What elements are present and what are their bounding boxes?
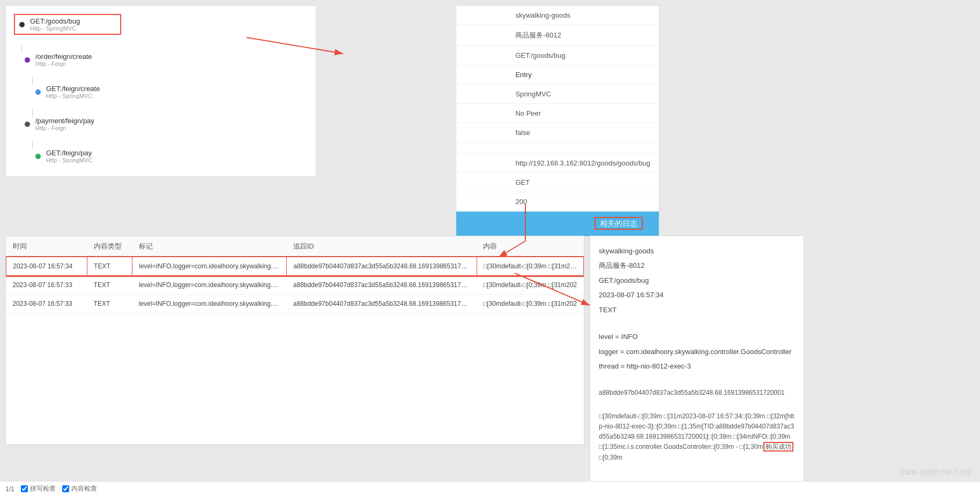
row-0-cell-2: level=INFO,logger=com.idealhoory.skywalk… bbox=[132, 257, 287, 276]
span-label-error bbox=[456, 123, 507, 142]
row-2-cell-4: □[30mdefault-□[0;39m □[31m202 bbox=[477, 295, 583, 313]
span-label-empty bbox=[456, 142, 507, 154]
span-value-service: skywalking-goods bbox=[507, 6, 659, 25]
item-main-2: /order/feign/create bbox=[35, 52, 92, 61]
footer-spell-check-label[interactable]: 拼写检查 bbox=[21, 484, 56, 493]
span-row-url: http://192.168.3.162:8012/goods/goods/bu… bbox=[456, 154, 659, 173]
span-row-status: 200 bbox=[456, 192, 659, 212]
row-0-cell-3: a88bdde97b04407d837ac3d55a5b3248.68.1691… bbox=[287, 257, 477, 276]
item-main-1: GET:/goods/bug bbox=[30, 17, 80, 25]
span-detail-panel: skywalking-goods 商品服务-8012 GET:/goods/bu… bbox=[456, 5, 659, 220]
detail-log-content: □[30mdefault-□[0;39m □[31m2023-08-07 16:… bbox=[599, 411, 795, 463]
dot-1 bbox=[19, 22, 25, 27]
col-type: 内容类型 bbox=[87, 236, 132, 257]
span-row-endpoint: GET:/goods/bug bbox=[456, 46, 659, 65]
row-0-cell-4: □[30mdefault-□[0;39m □[31m202 bbox=[477, 257, 583, 276]
row-2-cell-0: 2023-08-07 16:57:33 bbox=[6, 295, 87, 313]
item-info-4: /payment/feign/pay Http - Feign bbox=[35, 117, 94, 131]
span-row-peer: No Peer bbox=[456, 104, 659, 123]
row-2-cell-3: a88bdde97b04407d837ac3d55a5b3248.68.1691… bbox=[287, 295, 477, 313]
item-info-1: GET:/goods/bug Http - SpringMVC bbox=[30, 17, 80, 32]
row-1-cell-3: a88bdde97b04407d837ac3d55a5b3248.68.1691… bbox=[287, 276, 477, 295]
item-sub-2: Http - Feign bbox=[35, 61, 92, 67]
item-sub-3: Http - SpringMVC bbox=[46, 93, 100, 99]
span-value-instance: 商品服务-8012 bbox=[507, 25, 659, 46]
content-check-text: 内容检查 bbox=[71, 484, 97, 493]
row-1-cell-2: level=INFO,logger=com.idealhoory.skywalk… bbox=[132, 276, 287, 295]
col-time: 时间 bbox=[6, 236, 87, 257]
col-traceid: 追踪ID bbox=[287, 236, 477, 257]
content-check-checkbox[interactable] bbox=[62, 485, 69, 492]
trace-item-5[interactable]: GET:/feign/pay Http - SpringMVC bbox=[35, 149, 308, 163]
col-content: 内容 bbox=[477, 236, 583, 257]
item-main-5: GET:/feign/pay bbox=[46, 149, 92, 157]
span-label-status bbox=[456, 192, 507, 212]
row-2-cell-1: TEXT bbox=[87, 295, 132, 313]
item-sub-4: Http - Feign bbox=[35, 125, 94, 131]
span-value-url: http://192.168.3.162:8012/goods/goods/bu… bbox=[507, 154, 659, 173]
detail-traceid: a88bdde97b04407d837ac3d55a5b3248.68.1691… bbox=[599, 387, 795, 399]
span-label-method bbox=[456, 173, 507, 192]
span-label-instance bbox=[456, 25, 507, 46]
csdn-watermark: CSDN @理想万岁万万岁 bbox=[900, 468, 971, 477]
dot-5 bbox=[35, 154, 41, 159]
span-value-method: GET bbox=[507, 173, 659, 192]
detail-instance: 商品服务-8012 bbox=[599, 259, 795, 272]
col-tag: 标记 bbox=[132, 236, 287, 257]
span-label-entry bbox=[456, 65, 507, 85]
connector-4 bbox=[32, 141, 33, 149]
span-row-error: false bbox=[456, 123, 659, 142]
logs-table: 时间 内容类型 标记 追踪ID 内容 2023-08-07 16:57:34TE… bbox=[6, 236, 584, 313]
span-detail-table: skywalking-goods 商品服务-8012 GET:/goods/bu… bbox=[456, 6, 659, 237]
span-label-url bbox=[456, 154, 507, 173]
row-0-cell-0: 2023-08-07 16:57:34 bbox=[6, 257, 87, 276]
span-label-peer bbox=[456, 104, 507, 123]
spell-check-text: 拼写检查 bbox=[30, 484, 56, 493]
dot-3 bbox=[35, 89, 41, 95]
span-value-peer: No Peer bbox=[507, 104, 659, 123]
logs-table-row[interactable]: 2023-08-07 16:57:34TEXTlevel=INFO,logger… bbox=[6, 257, 584, 276]
trace-item-1[interactable]: GET:/goods/bug Http - SpringMVC bbox=[14, 14, 121, 35]
span-label-spantype bbox=[456, 85, 507, 104]
row-1-cell-4: □[30mdefault-□[0;39m □[31m202 bbox=[477, 276, 583, 295]
item-info-5: GET:/feign/pay Http - SpringMVC bbox=[46, 149, 92, 163]
row-1-cell-1: TEXT bbox=[87, 276, 132, 295]
trace-item-3[interactable]: GET:/feign/create Http - SpringMVC bbox=[35, 85, 308, 99]
span-row-entry: Entry bbox=[456, 65, 659, 85]
item-info-3: GET:/feign/create Http - SpringMVC bbox=[46, 85, 100, 99]
span-row-button: 相关的日志 bbox=[456, 212, 659, 237]
span-row-spantype: SpringMVC bbox=[456, 85, 659, 104]
detail-timestamp: 2023-08-07 16:57:34 bbox=[599, 289, 795, 301]
main-container: GET:/goods/bug Http - SpringMVC /order/f… bbox=[0, 0, 980, 496]
related-logs-button[interactable]: 相关的日志 bbox=[456, 212, 659, 236]
span-value-empty bbox=[507, 142, 659, 154]
connector-2 bbox=[32, 77, 33, 85]
row-2-cell-2: level=INFO,logger=com.idealhoory.skywalk… bbox=[132, 295, 287, 313]
row-1-cell-0: 2023-08-07 16:57:33 bbox=[6, 276, 87, 295]
logs-table-row[interactable]: 2023-08-07 16:57:33TEXTlevel=INFO,logger… bbox=[6, 295, 584, 313]
footer-bar: 1/1 拼写检查 内容检查 bbox=[0, 481, 980, 496]
span-value-endpoint: GET:/goods/bug bbox=[507, 46, 659, 65]
logs-table-body: 2023-08-07 16:57:34TEXTlevel=INFO,logger… bbox=[6, 257, 584, 313]
item-main-4: /payment/feign/pay bbox=[35, 117, 94, 125]
logs-table-row[interactable]: 2023-08-07 16:57:33TEXTlevel=INFO,logger… bbox=[6, 276, 584, 295]
dot-4 bbox=[25, 122, 30, 127]
dot-2 bbox=[25, 57, 30, 63]
span-value-entry: Entry bbox=[507, 65, 659, 85]
footer-content-check-label[interactable]: 内容检查 bbox=[62, 484, 97, 493]
trace-item-4[interactable]: /payment/feign/pay Http - Feign bbox=[25, 117, 308, 131]
top-section: GET:/goods/bug Http - SpringMVC /order/f… bbox=[0, 0, 980, 225]
row-0-cell-1: TEXT bbox=[87, 257, 132, 276]
spell-check-checkbox[interactable] bbox=[21, 485, 28, 492]
trace-item-2[interactable]: /order/feign/create Http - Feign bbox=[25, 52, 308, 67]
span-value-spantype: SpringMVC bbox=[507, 85, 659, 104]
connector-1 bbox=[21, 44, 22, 52]
bottom-section: 时间 内容类型 标记 追踪ID 内容 2023-08-07 16:57:34TE… bbox=[0, 236, 980, 496]
detail-logger: logger = com.idealhoory.skywalking.contr… bbox=[599, 345, 795, 358]
detail-service: skywalking-goods bbox=[599, 245, 795, 257]
span-row-method: GET bbox=[456, 173, 659, 192]
item-sub-5: Http - SpringMVC bbox=[46, 157, 92, 163]
item-info-2: /order/feign/create Http - Feign bbox=[35, 52, 92, 67]
log-content-after: □[0;39m bbox=[599, 454, 622, 461]
logs-table-container[interactable]: 时间 内容类型 标记 追踪ID 内容 2023-08-07 16:57:34TE… bbox=[5, 236, 584, 445]
